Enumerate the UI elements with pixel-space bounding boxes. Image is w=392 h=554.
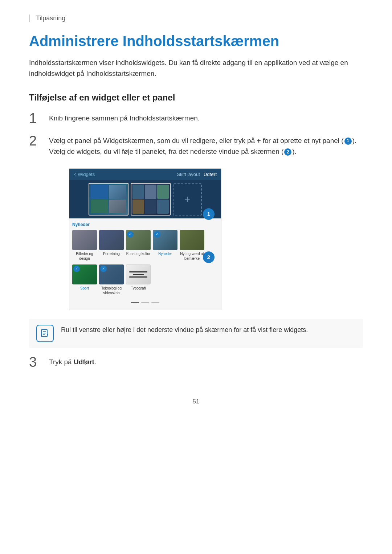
panel-1-thumb[interactable] <box>89 183 128 216</box>
note-icon <box>36 325 54 342</box>
phone-header-left: < Widgets <box>74 172 95 177</box>
page-footer: 51 <box>29 391 363 405</box>
widget-label-nyt: Nyt og værd at bemærke <box>180 251 204 261</box>
phone-header: < Widgets Skift layout Udført <box>69 169 221 180</box>
widgets-row-2: ✓ Sport ✓ Teknologi og videnskab <box>72 264 218 295</box>
widget-thumb-sport: ✓ <box>72 264 97 284</box>
note-text: Rul til venstre eller højre i det neders… <box>61 325 308 335</box>
panels-area: + <box>69 180 221 218</box>
widget-check-kunst: ✓ <box>127 231 134 238</box>
widget-check-nyheder: ✓ <box>154 231 160 238</box>
widget-sport[interactable]: ✓ Sport <box>72 264 97 295</box>
step-1: 1 Knib fingrene sammen på Indholdsstarts… <box>29 113 363 125</box>
widget-nyt[interactable]: Nyt og værd at bemærke <box>180 230 204 261</box>
note-box: Rul til venstre eller højre i det neders… <box>29 319 363 348</box>
widget-label-forretning: Forretning <box>103 251 120 256</box>
screenshot-wrapper: < Widgets Skift layout Udført <box>49 168 209 310</box>
p2-cell-4 <box>132 200 144 214</box>
p2-cell-1 <box>132 185 144 199</box>
breadcrumb: Tilpasning <box>36 15 65 22</box>
step-3-prefix: Tryk på <box>49 358 74 366</box>
widget-thumb-nyt <box>180 230 204 250</box>
skift-layout-btn[interactable]: Skift layout <box>177 172 200 177</box>
intro-text: Indholdsstartskærmen viser indholdswidge… <box>29 57 363 79</box>
step-2-text: Vælg et panel på Widgetskærmen, som du v… <box>49 135 363 157</box>
step-2: 2 Vælg et panel på Widgetskærmen, som du… <box>29 135 363 157</box>
step-1-text: Knib fingrene sammen på Indholdsstartskæ… <box>49 113 363 124</box>
page-container: Tilpasning Administrere Indholdsstartskæ… <box>0 0 392 427</box>
widget-label-typografi: Typografi <box>131 286 146 291</box>
widget-thumb-kunst: ✓ <box>126 230 151 250</box>
step-3-number: 3 <box>29 355 49 369</box>
panel-2-thumb[interactable] <box>131 183 171 216</box>
widget-thumb-billeder <box>72 230 97 250</box>
typo-line-2 <box>133 274 144 275</box>
callout-bubble-2: 2 <box>203 251 215 263</box>
p2-cell-5 <box>145 200 156 214</box>
widget-label-sport: Sport <box>80 286 89 291</box>
typo-line-3 <box>129 276 147 278</box>
widget-kunst[interactable]: ✓ Kunst og kultur <box>126 230 151 261</box>
page-number: 51 <box>193 398 200 405</box>
widget-label-kunst: Kunst og kultur <box>126 251 151 256</box>
dot-1 <box>131 302 139 303</box>
phone-header-right: Skift layout Udført <box>177 172 217 177</box>
widget-thumb-teknologi: ✓ <box>99 264 124 284</box>
step-3-bold: Udført <box>74 358 94 366</box>
callout-ref-1: 1 <box>344 138 352 145</box>
udfoert-btn[interactable]: Udført <box>204 172 217 177</box>
widget-billeder[interactable]: Billeder og design <box>72 230 97 261</box>
step-2-number: 2 <box>29 134 49 148</box>
widget-teknologi[interactable]: ✓ Teknologi og videnskab <box>99 264 124 295</box>
widget-thumb-typografi <box>126 264 151 284</box>
category-label: Nyheder <box>72 222 218 227</box>
p2-cell-2 <box>145 185 156 199</box>
widget-nyheder[interactable]: ✓ Nyheder <box>153 230 177 261</box>
dot-3 <box>151 302 159 303</box>
widget-check-teknologi: ✓ <box>100 266 107 272</box>
widget-label-nyheder: Nyheder <box>158 251 172 256</box>
p2-cell-6 <box>157 200 169 214</box>
widget-label-teknologi: Teknologi og videnskab <box>99 286 124 295</box>
mini-widget-1 <box>91 185 108 199</box>
typo-line-1 <box>129 271 147 272</box>
screenshot: < Widgets Skift layout Udført <box>69 168 221 310</box>
page-title: Administrere Indholdsstartskærmen <box>29 33 363 49</box>
p2-cell-3 <box>157 185 169 199</box>
widget-check-sport: ✓ <box>73 266 80 272</box>
widgets-area: Nyheder Billeder og design Forretning <box>69 218 221 310</box>
widget-thumb-forretning <box>99 230 124 250</box>
typo-inner <box>126 265 150 284</box>
add-panel-button[interactable]: + <box>173 183 202 216</box>
dot-2 <box>141 302 149 303</box>
step-1-number: 1 <box>29 111 49 125</box>
steps-container: 1 Knib fingrene sammen på Indholdsstarts… <box>29 113 363 157</box>
step-3: 3 Tryk på Udført. <box>29 357 363 369</box>
mini-widget-3 <box>91 200 108 213</box>
widget-forretning[interactable]: Forretning <box>99 230 124 261</box>
step-3-suffix: . <box>94 358 96 366</box>
widgets-row-1: Billeder og design Forretning ✓ Kunst og… <box>72 230 218 261</box>
widget-label-billeder: Billeder og design <box>72 251 97 261</box>
breadcrumb-bar: Tilpasning <box>29 15 363 22</box>
widget-typografi[interactable]: Typografi <box>126 264 151 295</box>
widget-thumb-nyheder: ✓ <box>153 230 177 250</box>
callout-ref-2: 2 <box>284 148 291 156</box>
section-heading: Tilføjelse af en widget eller et panel <box>29 93 363 103</box>
callout-bubble-1: 1 <box>203 208 215 220</box>
mini-widget-4 <box>109 200 126 213</box>
mini-widget-2 <box>109 185 126 199</box>
step-3-text: Tryk på Udført. <box>49 357 363 368</box>
page-dots <box>72 299 218 306</box>
